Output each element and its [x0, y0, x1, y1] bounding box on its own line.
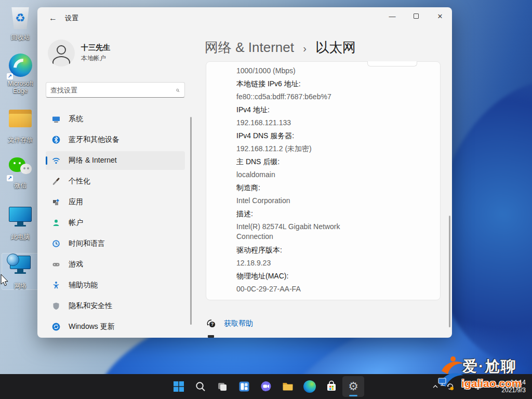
desktop-icon-label: 文件存放 — [2, 136, 38, 143]
network-desktop-icon — [8, 256, 33, 281]
globe-icon — [7, 254, 19, 266]
start-button[interactable] — [168, 376, 190, 397]
gamepad-icon — [52, 260, 60, 269]
sidebar-item-time-language[interactable]: 时间和语言 — [46, 234, 185, 253]
search-icon — [194, 380, 207, 393]
search-button[interactable] — [190, 376, 211, 397]
breadcrumb: 网络 & Internet › 以太网 — [205, 38, 356, 57]
windows-logo-icon — [172, 380, 185, 393]
task-view-button[interactable] — [211, 376, 233, 397]
desktop-icon-edge[interactable]: ↗ Microsoft Edge — [2, 53, 38, 95]
titlebar[interactable]: ← 设置 — ✕ — [37, 7, 452, 28]
shortcut-arrow-icon: ↗ — [7, 73, 13, 79]
maximize-button[interactable] — [404, 7, 428, 25]
breadcrumb-separator-icon: › — [303, 43, 307, 54]
sidebar-nav: 系统 蓝牙和其他设备 网络 & Internet 个性化 — [42, 110, 189, 338]
svg-text:?: ? — [211, 322, 214, 327]
widgets-button[interactable] — [233, 376, 255, 397]
mouse-cursor — [0, 274, 9, 287]
avatar — [48, 39, 75, 66]
detail-row: 驱动程序版本:12.18.9.23 — [236, 244, 429, 270]
file-explorer-icon — [282, 380, 294, 393]
chat-button[interactable] — [255, 376, 277, 397]
sync-icon — [445, 382, 455, 391]
sidebar-item-gaming[interactable]: 游戏 — [46, 255, 185, 274]
taskbar-clock[interactable]: 14:14 2021/9/3 — [489, 379, 526, 394]
person-icon — [52, 219, 60, 227]
clock-icon — [52, 240, 60, 248]
back-button[interactable]: ← — [46, 12, 60, 24]
sidebar-item-system[interactable]: 系统 — [46, 110, 185, 128]
shortcut-arrow-icon: ↗ — [7, 175, 13, 181]
taskbar: ⚙ 中 14:14 2021/9/3 — [0, 374, 532, 399]
clock-time: 14:14 — [489, 379, 526, 387]
feedback-icon — [208, 335, 214, 338]
clock-date: 2021/9/3 — [489, 387, 526, 394]
desktop-icon-wechat[interactable]: ↗ 微信 — [2, 155, 38, 189]
system-icon — [52, 115, 60, 123]
sidebar-item-bluetooth-devices[interactable]: 蓝牙和其他设备 — [46, 130, 185, 149]
user-account-block[interactable]: 十三先生 本地帐户 — [48, 39, 110, 66]
sidebar-item-windows-update[interactable]: Windows 更新 — [46, 317, 185, 336]
sidebar-item-privacy-security[interactable]: 隐私和安全性 — [46, 297, 185, 315]
store-icon — [325, 380, 338, 393]
ethernet-details-card: 1000/1000 (Mbps) 本地链接 IPv6 地址:fe80::cd5a… — [206, 61, 441, 300]
desktop-icon-label: 此电脑 — [2, 233, 38, 241]
desktop-icon-recycle-bin[interactable]: ♻ 回收站 — [2, 6, 38, 41]
settings-button[interactable]: ⚙ — [342, 376, 364, 397]
get-help-link[interactable]: ? 获取帮助 — [206, 318, 253, 329]
sidebar-item-accounts[interactable]: 帐户 — [46, 214, 185, 232]
detail-row: IPv4 DNS 服务器:192.168.121.2 (未加密) — [236, 129, 429, 155]
desktop-icon-label: 微信 — [2, 182, 38, 189]
minimize-button[interactable]: — — [380, 7, 404, 25]
wechat-icon: ↗ — [8, 155, 33, 180]
brush-icon — [52, 177, 60, 185]
search-input[interactable] — [46, 86, 176, 94]
detail-row: IPv4 地址:192.168.121.133 — [236, 103, 429, 129]
user-account-type: 本地帐户 — [81, 54, 110, 63]
search-icon: ⌕ — [176, 86, 179, 94]
bluetooth-icon — [52, 136, 60, 144]
ime-indicator[interactable]: 中 — [457, 376, 472, 397]
edge-icon: ↗ — [8, 54, 33, 78]
help-icon: ? — [206, 318, 217, 329]
wifi-icon — [52, 156, 60, 165]
apps-icon — [52, 198, 60, 206]
page-title: 以太网 — [315, 39, 356, 55]
accessibility-icon — [52, 281, 60, 289]
chevron-up-icon — [432, 383, 439, 390]
sidebar-item-network-internet[interactable]: 网络 & Internet — [46, 151, 185, 170]
update-icon — [52, 323, 60, 331]
this-pc-icon — [8, 207, 33, 232]
close-button[interactable]: ✕ — [428, 7, 452, 25]
tray-sync-button[interactable] — [443, 376, 457, 397]
file-explorer-button[interactable] — [277, 376, 299, 397]
detail-row: 描述:Intel(R) 82574L Gigabit Network Conne… — [236, 207, 429, 244]
tray-chevron-button[interactable] — [428, 376, 443, 397]
gear-icon: ⚙ — [348, 381, 358, 392]
user-name: 十三先生 — [81, 43, 110, 52]
desktop-icon-label: Microsoft Edge — [2, 80, 38, 95]
sidebar-item-personalization[interactable]: 个性化 — [46, 172, 185, 191]
widgets-icon — [238, 380, 250, 393]
detail-row: 主 DNS 后缀:localdomain — [236, 155, 429, 181]
window-title: 设置 — [65, 14, 78, 23]
edge-button[interactable] — [299, 376, 321, 397]
network-tray-icon — [474, 382, 484, 391]
content-scrollbar[interactable] — [449, 216, 450, 327]
desktop-icon-label: 回收站 — [2, 34, 38, 41]
settings-search-box[interactable]: ⌕ — [46, 82, 185, 98]
chat-icon — [260, 380, 272, 393]
recycle-bin-icon: ♻ — [8, 7, 33, 32]
desktop-icon-folder[interactable]: 文件存放 — [2, 107, 38, 143]
sidebar-scrollbar[interactable] — [190, 117, 192, 325]
detail-row: 物理地址(MAC):00-0C-29-27-AA-FA — [236, 270, 429, 296]
sidebar-item-apps[interactable]: 应用 — [46, 193, 185, 211]
desktop-icon-this-pc[interactable]: 此电脑 — [2, 205, 38, 241]
breadcrumb-parent[interactable]: 网络 & Internet — [205, 39, 294, 55]
sidebar-item-accessibility[interactable]: 辅助功能 — [46, 276, 185, 295]
edge-icon — [303, 380, 316, 393]
tray-network-button[interactable] — [472, 376, 486, 397]
store-button[interactable] — [321, 376, 342, 397]
detail-row: 制造商:Intel Corporation — [236, 181, 429, 207]
